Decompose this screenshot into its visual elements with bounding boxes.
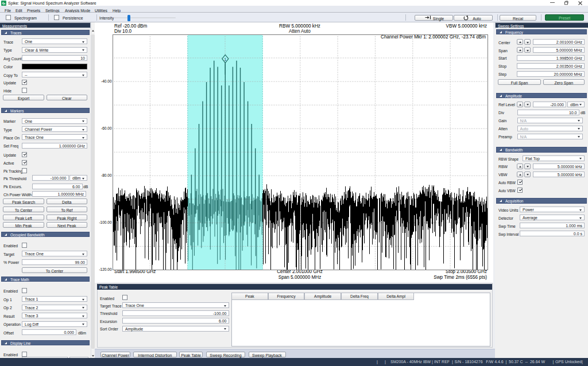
svg-text:1: 1 [224,57,226,61]
